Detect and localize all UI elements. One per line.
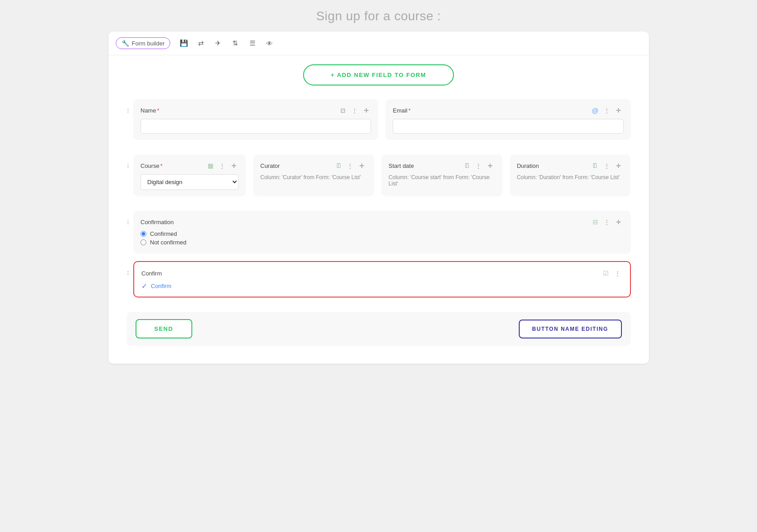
toolbar-label-text: Form builder: [132, 40, 165, 47]
name-email-form-row: Name* ⊡ ⋮ ✛: [133, 99, 631, 140]
confirmation-move-icon[interactable]: ✛: [614, 217, 624, 227]
curator-move-icon[interactable]: ✛: [357, 161, 367, 171]
toolbar-list-btn[interactable]: ☰: [245, 36, 259, 50]
curator-field-actions: 🗓 ⋮ ✛: [334, 161, 367, 171]
confirm-checkbox-row: ✓ Confirm: [141, 282, 623, 290]
course-move-icon[interactable]: ✛: [229, 161, 239, 171]
start-date-dots-icon[interactable]: ⋮: [474, 161, 484, 171]
duration-field-actions: 🗓 ⋮ ✛: [590, 161, 623, 171]
confirmation-card-header: Confirmation ⊟ ⋮ ✛: [141, 217, 624, 227]
name-field-card: Name* ⊡ ⋮ ✛: [133, 99, 378, 140]
confirmation-drag-handle[interactable]: ↕: [127, 211, 130, 225]
toolbar-save-btn[interactable]: 💾: [177, 36, 191, 50]
confirmation-dots-icon[interactable]: ⋮: [602, 217, 612, 227]
confirmation-fields: Confirmation ⊟ ⋮ ✛ Confirmed: [133, 211, 631, 254]
confirmed-label: Confirmed: [150, 230, 177, 237]
confirm-checkmark-icon: ✓: [141, 282, 147, 290]
name-email-drag-handle[interactable]: ↕: [127, 99, 130, 114]
name-field-label: Name*: [141, 107, 159, 114]
not-confirmed-radio[interactable]: [141, 239, 146, 245]
course-form-row: Course* ▦ ⋮ ✛ Digital design: [133, 154, 631, 196]
button-name-editing-button[interactable]: BUTTON NAME EDITING: [519, 320, 622, 338]
duration-sub-text: Column: 'Duration' from Form: 'Course Li…: [517, 174, 624, 180]
name-email-fields: Name* ⊡ ⋮ ✛: [133, 99, 631, 147]
toolbar: 🔧 Form builder 💾 ⇄ ✈ ⇅ ☰ 👁: [109, 32, 649, 55]
confirm-field-label: Confirm: [141, 270, 162, 277]
curator-field-label: Curator: [260, 162, 280, 169]
confirmation-actions: ⊟ ⋮ ✛: [590, 217, 624, 227]
confirm-checkbox-label: Confirm: [151, 283, 172, 289]
course-field-actions: ▦ ⋮ ✛: [205, 161, 239, 171]
confirmation-card: Confirmation ⊟ ⋮ ✛ Confirmed: [133, 211, 631, 254]
course-row: ↕ Course* ▦ ⋮ ✛: [127, 154, 631, 203]
email-input[interactable]: [393, 119, 623, 134]
add-field-button[interactable]: + ADD NEW FIELD TO FORM: [303, 64, 454, 86]
course-field-header: Course* ▦ ⋮ ✛: [141, 161, 239, 171]
course-fields: Course* ▦ ⋮ ✛ Digital design: [133, 154, 631, 203]
duration-field-label: Duration: [517, 162, 539, 169]
toolbar-send-btn[interactable]: ✈: [211, 36, 225, 50]
bottom-buttons-row: SEND BUTTON NAME EDITING: [127, 312, 631, 346]
start-date-grid-icon: 🗓: [462, 161, 472, 171]
form-builder-container: 🔧 Form builder 💾 ⇄ ✈ ⇅ ☰ 👁 + ADD NEW FIE…: [109, 32, 649, 364]
page-title-text: Sign up for a course: [316, 9, 434, 23]
start-date-field-header: Start date 🗓 ⋮ ✛: [389, 161, 495, 171]
name-email-row: ↕ Name* ⊡ ⋮ ✛: [127, 99, 631, 147]
confirm-field-actions: ☑ ⋮: [601, 268, 623, 278]
curator-field-card: Curator 🗓 ⋮ ✛ Column: 'Curator' from For…: [253, 154, 374, 196]
confirmation-label: Confirmation: [141, 219, 174, 225]
name-field-header: Name* ⊡ ⋮ ✛: [141, 105, 371, 115]
email-at-icon: @: [590, 105, 600, 115]
confirm-checkbox-icon: ☑: [601, 268, 611, 278]
confirm-fields: Confirm ☑ ⋮ ✓ Confirm: [133, 261, 631, 305]
course-drag-handle[interactable]: ↕: [127, 154, 130, 169]
confirmation-radio-group: Confirmed Not confirmed: [141, 230, 624, 246]
start-date-sub-text: Column: 'Course start' from Form: 'Cours…: [389, 174, 495, 187]
email-field-card: Email* @ ⋮ ✛: [385, 99, 630, 140]
not-confirmed-label: Not confirmed: [150, 239, 186, 246]
name-move-icon[interactable]: ✛: [361, 105, 371, 115]
wrench-icon: 🔧: [122, 40, 129, 47]
confirm-drag-handle[interactable]: ↕: [127, 261, 130, 276]
email-dots-icon[interactable]: ⋮: [602, 105, 612, 115]
form-builder-label: 🔧 Form builder: [116, 37, 171, 49]
confirmed-option[interactable]: Confirmed: [141, 230, 624, 237]
course-select[interactable]: Digital design: [141, 174, 239, 190]
toolbar-preview-btn[interactable]: 👁: [262, 36, 277, 50]
not-confirmed-option[interactable]: Not confirmed: [141, 239, 624, 246]
toolbar-order-btn[interactable]: ⇅: [228, 36, 242, 50]
name-dots-icon[interactable]: ⋮: [349, 105, 359, 115]
duration-field-header: Duration 🗓 ⋮ ✛: [517, 161, 624, 171]
email-field-label: Email*: [393, 107, 411, 114]
confirm-card-header: Confirm ☑ ⋮: [141, 268, 623, 278]
confirm-card: Confirm ☑ ⋮ ✓ Confirm: [133, 261, 631, 298]
form-content: + ADD NEW FIELD TO FORM ↕ Name* ⊡ ⋮: [109, 55, 649, 355]
confirm-row: ↕ Confirm ☑ ⋮ ✓ Confirm: [127, 261, 631, 305]
confirmed-radio[interactable]: [141, 231, 146, 237]
page-title: Sign up for a course :: [316, 9, 441, 23]
send-button[interactable]: SEND: [136, 319, 192, 338]
name-resize-icon[interactable]: ⊡: [338, 105, 348, 115]
confirmation-radio-icon: ⊟: [590, 217, 600, 227]
email-move-icon[interactable]: ✛: [614, 105, 624, 115]
duration-field-card: Duration 🗓 ⋮ ✛ Column: 'Duration' from F…: [510, 154, 631, 196]
start-date-move-icon[interactable]: ✛: [485, 161, 495, 171]
page-title-colon: :: [437, 9, 441, 23]
toolbar-shuffle-btn[interactable]: ⇄: [194, 36, 208, 50]
duration-dots-icon[interactable]: ⋮: [602, 161, 612, 171]
duration-move-icon[interactable]: ✛: [613, 161, 623, 171]
confirmation-row: ↕ Confirmation ⊟ ⋮ ✛ Confirme: [127, 211, 631, 254]
course-field-card: Course* ▦ ⋮ ✛ Digital design: [133, 154, 246, 196]
course-dots-icon[interactable]: ⋮: [217, 161, 227, 171]
email-field-header: Email* @ ⋮ ✛: [393, 105, 623, 115]
start-date-field-label: Start date: [389, 162, 414, 169]
duration-grid-icon: 🗓: [590, 161, 600, 171]
name-field-actions: ⊡ ⋮ ✛: [338, 105, 371, 115]
course-field-label: Course*: [141, 162, 163, 169]
curator-sub-text: Column: 'Curator' from Form: 'Course Lis…: [260, 174, 367, 180]
email-field-actions: @ ⋮ ✛: [590, 105, 624, 115]
curator-field-header: Curator 🗓 ⋮ ✛: [260, 161, 367, 171]
curator-dots-icon[interactable]: ⋮: [345, 161, 355, 171]
confirm-dots-icon[interactable]: ⋮: [613, 268, 623, 278]
name-input[interactable]: [141, 119, 371, 134]
